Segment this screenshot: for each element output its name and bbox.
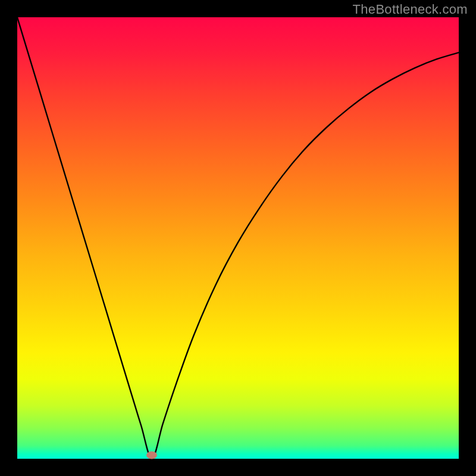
- watermark-text: TheBottleneck.com: [353, 2, 468, 17]
- plot-area: [17, 17, 459, 459]
- bottleneck-curve: [17, 17, 459, 459]
- optimum-marker: [146, 452, 157, 459]
- chart-frame: TheBottleneck.com: [0, 0, 476, 476]
